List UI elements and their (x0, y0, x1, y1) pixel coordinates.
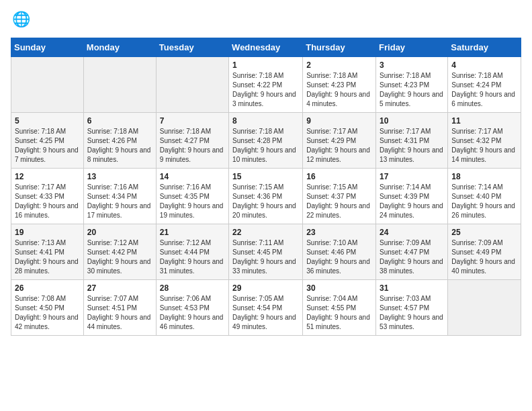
page-header: 🌐 (11, 11, 521, 30)
day-info: Sunrise: 7:13 AMSunset: 4:41 PMDaylight:… (15, 238, 80, 276)
header-tuesday: Tuesday (156, 38, 228, 57)
day-number: 24 (380, 228, 444, 237)
calendar-cell (11, 57, 84, 113)
header-wednesday: Wednesday (229, 38, 303, 57)
day-number: 10 (380, 116, 444, 126)
calendar-cell: 13Sunrise: 7:16 AMSunset: 4:34 PMDayligh… (83, 169, 156, 224)
day-number: 17 (380, 172, 444, 181)
calendar-week-4: 19Sunrise: 7:13 AMSunset: 4:41 PMDayligh… (11, 224, 521, 280)
day-number: 12 (15, 172, 80, 181)
calendar-cell (448, 280, 521, 336)
calendar-week-3: 12Sunrise: 7:17 AMSunset: 4:33 PMDayligh… (11, 169, 521, 224)
day-info: Sunrise: 7:12 AMSunset: 4:42 PMDaylight:… (87, 238, 152, 276)
calendar-cell: 29Sunrise: 7:05 AMSunset: 4:54 PMDayligh… (229, 280, 303, 336)
day-number: 4 (451, 60, 517, 70)
calendar-cell: 4Sunrise: 7:18 AMSunset: 4:24 PMDaylight… (448, 57, 521, 113)
day-number: 30 (306, 283, 372, 293)
calendar-cell: 2Sunrise: 7:18 AMSunset: 4:23 PMDaylight… (303, 57, 376, 113)
day-info: Sunrise: 7:17 AMSunset: 4:31 PMDaylight:… (380, 127, 444, 165)
day-number: 2 (306, 60, 372, 70)
day-info: Sunrise: 7:03 AMSunset: 4:57 PMDaylight:… (380, 294, 444, 332)
day-info: Sunrise: 7:16 AMSunset: 4:35 PMDaylight:… (160, 183, 225, 220)
day-number: 18 (451, 172, 517, 181)
calendar-cell (83, 57, 156, 113)
logo-icon: 🌐 (11, 11, 30, 30)
day-number: 19 (15, 228, 80, 237)
day-number: 22 (232, 228, 299, 237)
day-number: 14 (160, 172, 225, 181)
day-info: Sunrise: 7:08 AMSunset: 4:50 PMDaylight:… (15, 294, 80, 332)
day-info: Sunrise: 7:09 AMSunset: 4:49 PMDaylight:… (451, 238, 517, 276)
day-info: Sunrise: 7:07 AMSunset: 4:51 PMDaylight:… (87, 294, 152, 332)
day-number: 28 (160, 283, 225, 293)
day-number: 25 (451, 228, 517, 237)
calendar-week-2: 5Sunrise: 7:18 AMSunset: 4:25 PMDaylight… (11, 113, 521, 169)
day-number: 5 (15, 116, 80, 126)
calendar-cell: 3Sunrise: 7:18 AMSunset: 4:23 PMDaylight… (376, 57, 448, 113)
header-sunday: Sunday (11, 38, 84, 57)
day-info: Sunrise: 7:18 AMSunset: 4:22 PMDaylight:… (232, 71, 299, 109)
day-info: Sunrise: 7:10 AMSunset: 4:46 PMDaylight:… (306, 238, 372, 276)
calendar-cell: 19Sunrise: 7:13 AMSunset: 4:41 PMDayligh… (11, 224, 84, 280)
calendar-cell: 16Sunrise: 7:15 AMSunset: 4:37 PMDayligh… (303, 169, 376, 224)
day-info: Sunrise: 7:09 AMSunset: 4:47 PMDaylight:… (380, 238, 444, 276)
day-number: 15 (232, 172, 299, 181)
day-number: 16 (306, 172, 372, 181)
day-number: 9 (306, 116, 372, 126)
calendar-cell: 20Sunrise: 7:12 AMSunset: 4:42 PMDayligh… (83, 224, 156, 280)
calendar-cell: 8Sunrise: 7:18 AMSunset: 4:28 PMDaylight… (229, 113, 303, 169)
day-info: Sunrise: 7:17 AMSunset: 4:32 PMDaylight:… (451, 127, 517, 165)
day-number: 26 (15, 283, 80, 293)
calendar-cell: 11Sunrise: 7:17 AMSunset: 4:32 PMDayligh… (448, 113, 521, 169)
calendar-header-row: SundayMondayTuesdayWednesdayThursdayFrid… (11, 38, 521, 57)
calendar-cell: 28Sunrise: 7:06 AMSunset: 4:53 PMDayligh… (156, 280, 228, 336)
svg-text:🌐: 🌐 (12, 11, 30, 28)
calendar-cell: 25Sunrise: 7:09 AMSunset: 4:49 PMDayligh… (448, 224, 521, 280)
day-info: Sunrise: 7:18 AMSunset: 4:28 PMDaylight:… (232, 127, 299, 165)
day-number: 23 (306, 228, 372, 237)
day-info: Sunrise: 7:18 AMSunset: 4:24 PMDaylight:… (451, 71, 517, 109)
calendar-cell: 24Sunrise: 7:09 AMSunset: 4:47 PMDayligh… (376, 224, 448, 280)
day-number: 8 (232, 116, 299, 126)
day-info: Sunrise: 7:14 AMSunset: 4:40 PMDaylight:… (451, 183, 517, 220)
day-info: Sunrise: 7:06 AMSunset: 4:53 PMDaylight:… (160, 294, 225, 332)
day-number: 6 (87, 116, 152, 126)
calendar-cell: 26Sunrise: 7:08 AMSunset: 4:50 PMDayligh… (11, 280, 84, 336)
day-info: Sunrise: 7:04 AMSunset: 4:55 PMDaylight:… (306, 294, 372, 332)
day-info: Sunrise: 7:15 AMSunset: 4:36 PMDaylight:… (232, 183, 299, 220)
calendar-cell (156, 57, 228, 113)
day-info: Sunrise: 7:18 AMSunset: 4:25 PMDaylight:… (15, 127, 80, 165)
day-info: Sunrise: 7:14 AMSunset: 4:39 PMDaylight:… (380, 183, 444, 220)
calendar-table: SundayMondayTuesdayWednesdayThursdayFrid… (11, 38, 521, 336)
header-saturday: Saturday (448, 38, 521, 57)
calendar-cell: 30Sunrise: 7:04 AMSunset: 4:55 PMDayligh… (303, 280, 376, 336)
day-number: 31 (380, 283, 444, 293)
calendar-cell: 23Sunrise: 7:10 AMSunset: 4:46 PMDayligh… (303, 224, 376, 280)
day-info: Sunrise: 7:18 AMSunset: 4:27 PMDaylight:… (160, 127, 225, 165)
header-monday: Monday (83, 38, 156, 57)
calendar-cell: 18Sunrise: 7:14 AMSunset: 4:40 PMDayligh… (448, 169, 521, 224)
calendar-cell: 17Sunrise: 7:14 AMSunset: 4:39 PMDayligh… (376, 169, 448, 224)
day-number: 11 (451, 116, 517, 126)
calendar-cell: 1Sunrise: 7:18 AMSunset: 4:22 PMDaylight… (229, 57, 303, 113)
header-thursday: Thursday (303, 38, 376, 57)
day-info: Sunrise: 7:18 AMSunset: 4:23 PMDaylight:… (306, 71, 372, 109)
calendar-week-5: 26Sunrise: 7:08 AMSunset: 4:50 PMDayligh… (11, 280, 521, 336)
day-number: 7 (160, 116, 225, 126)
calendar-cell: 22Sunrise: 7:11 AMSunset: 4:45 PMDayligh… (229, 224, 303, 280)
calendar-cell: 9Sunrise: 7:17 AMSunset: 4:29 PMDaylight… (303, 113, 376, 169)
day-info: Sunrise: 7:18 AMSunset: 4:26 PMDaylight:… (87, 127, 152, 165)
day-number: 20 (87, 228, 152, 237)
calendar-week-1: 1Sunrise: 7:18 AMSunset: 4:22 PMDaylight… (11, 57, 521, 113)
calendar-cell: 14Sunrise: 7:16 AMSunset: 4:35 PMDayligh… (156, 169, 228, 224)
calendar-cell: 31Sunrise: 7:03 AMSunset: 4:57 PMDayligh… (376, 280, 448, 336)
calendar-cell: 5Sunrise: 7:18 AMSunset: 4:25 PMDaylight… (11, 113, 84, 169)
day-info: Sunrise: 7:12 AMSunset: 4:44 PMDaylight:… (160, 238, 225, 276)
day-info: Sunrise: 7:16 AMSunset: 4:34 PMDaylight:… (87, 183, 152, 220)
day-info: Sunrise: 7:05 AMSunset: 4:54 PMDaylight:… (232, 294, 299, 332)
day-number: 29 (232, 283, 299, 293)
calendar-cell: 21Sunrise: 7:12 AMSunset: 4:44 PMDayligh… (156, 224, 228, 280)
calendar-cell: 15Sunrise: 7:15 AMSunset: 4:36 PMDayligh… (229, 169, 303, 224)
calendar-cell: 10Sunrise: 7:17 AMSunset: 4:31 PMDayligh… (376, 113, 448, 169)
day-info: Sunrise: 7:11 AMSunset: 4:45 PMDaylight:… (232, 238, 299, 276)
